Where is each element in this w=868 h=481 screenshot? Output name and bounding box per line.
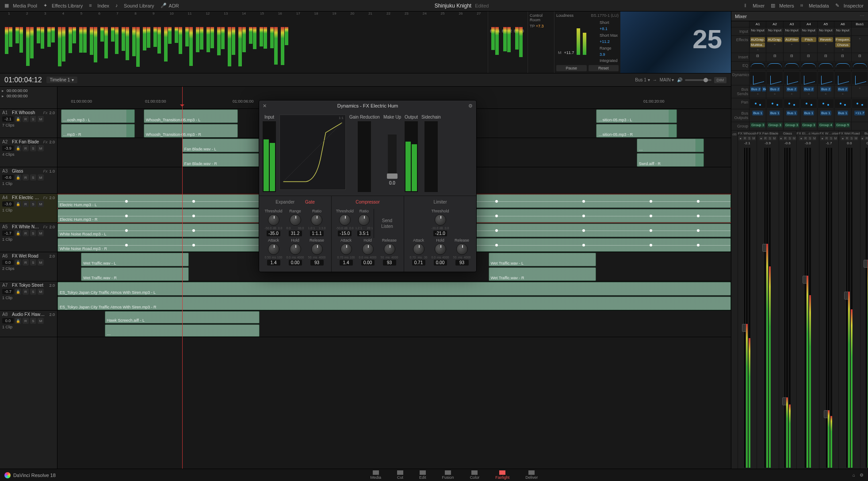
monitor-volume-slider[interactable]	[685, 79, 711, 81]
pan-control[interactable]	[835, 99, 850, 108]
track-gain-readout[interactable]: -3.9	[2, 146, 14, 151]
channel-m-button[interactable]: M	[854, 136, 858, 140]
track-header[interactable]: A8Audio FX Hawk Sc…2.0 0.0🔒RSM 1 Clip	[0, 311, 57, 337]
track-s-button[interactable]: S	[30, 174, 36, 181]
eq-mini[interactable]	[818, 62, 834, 69]
channel-m-button[interactable]: M	[812, 136, 816, 140]
effect-slot[interactable]: Multiba…	[750, 42, 765, 47]
insert-button[interactable]: ⊡	[756, 54, 759, 58]
track-s-button[interactable]: S	[30, 201, 36, 207]
tracks-canvas[interactable]: 01:00:00:0001:00:03:0001:00:06:0001:00:2…	[57, 87, 731, 469]
insert-button[interactable]: ⊡	[807, 54, 810, 58]
track-m-button[interactable]: M	[38, 289, 44, 295]
gear-icon[interactable]: ⚙	[468, 103, 473, 109]
channel-r-button[interactable]: R	[784, 136, 788, 140]
index-button[interactable]: ≡Index	[89, 3, 109, 9]
track-r-button[interactable]: R	[23, 174, 29, 181]
pan-control[interactable]	[801, 99, 816, 108]
dynamics-mini[interactable]	[801, 72, 816, 84]
track-r-button[interactable]: R	[23, 259, 29, 266]
next-marker-icon[interactable]: ▸	[2, 94, 4, 98]
audio-clip[interactable]: ES_Tokyo Japan City Traffic Atmos With S…	[57, 282, 731, 296]
knob-release[interactable]: Release50ms400093	[381, 238, 398, 266]
close-icon[interactable]: ✕	[263, 103, 267, 109]
bus-send-tag[interactable]: Bus 2	[837, 87, 848, 92]
monitor-main-select[interactable]: MAIN ▾	[660, 77, 674, 82]
expander-tab[interactable]: Expander	[270, 199, 300, 205]
channel-s-button[interactable]: S	[768, 136, 772, 140]
dim-button[interactable]: DIM	[714, 77, 727, 83]
fader-slider[interactable]	[826, 148, 827, 468]
track-r-button[interactable]: R	[23, 230, 29, 236]
page-tab-fairlight[interactable]: Fairlight	[487, 470, 517, 480]
track-header[interactable]: A5FX White NoiseFx2.0 -1.7🔒RSM 1 Clip	[0, 223, 57, 252]
dynamics-mini[interactable]	[818, 72, 834, 84]
eq-mini[interactable]	[767, 62, 782, 69]
bus-output-tag[interactable]: Bus 1	[820, 111, 831, 115]
track-gain-readout[interactable]: -3.0	[2, 201, 14, 207]
channel-m-button[interactable]: M	[772, 136, 776, 140]
loudness-reset-button[interactable]: Reset	[589, 65, 619, 71]
knob-attack[interactable]: Attack0.70ms300.71	[410, 238, 428, 266]
page-tab-deliver[interactable]: Deliver	[517, 470, 546, 480]
track-s-button[interactable]: S	[30, 145, 36, 151]
channel-●-button[interactable]: ●	[860, 136, 864, 140]
eq-mini[interactable]	[852, 62, 868, 69]
channel-●-button[interactable]: ●	[759, 136, 763, 140]
lock-icon[interactable]: 🔒	[15, 289, 21, 295]
knob-release[interactable]: Release50ms400093	[453, 238, 471, 266]
add-effect-button[interactable]: +	[835, 48, 850, 52]
page-tab-fusion[interactable]: Fusion	[434, 470, 462, 480]
track-header[interactable]: A6FX Wet Road2.0 0.0🔒RSM 2 Clips	[0, 252, 57, 281]
track-gain-readout[interactable]: -0.6	[2, 175, 14, 180]
speaker-icon[interactable]: 🔊	[677, 77, 682, 82]
dynamics-mini[interactable]	[767, 72, 782, 84]
channel-m-button[interactable]: M	[752, 136, 756, 140]
track-m-button[interactable]: M	[38, 145, 44, 151]
audio-clip[interactable]: Wet Traffic.wav - R	[81, 267, 189, 281]
home-icon[interactable]: ⌂	[853, 473, 855, 477]
pan-control[interactable]	[767, 99, 782, 108]
lock-icon[interactable]: 🔒	[15, 259, 21, 266]
channel-●-button[interactable]: ●	[820, 136, 824, 140]
adr-button[interactable]: 🎤ADR	[161, 3, 179, 9]
send-button[interactable]: Send	[382, 218, 392, 223]
knob-attack[interactable]: Attack0.50ms1001.4	[265, 238, 283, 266]
insert-button[interactable]: ⊡	[824, 54, 827, 58]
track-gain-readout[interactable]: -2.1	[2, 116, 14, 122]
channel-r-button[interactable]: R	[743, 136, 747, 140]
knob-threshold[interactable]: Threshold-50.0 dB0.0-35.0	[264, 209, 282, 236]
fader-slider[interactable]	[866, 148, 867, 468]
track-gain-readout[interactable]: 0.0	[2, 318, 14, 323]
channel-●-button[interactable]: ●	[779, 136, 783, 140]
add-effect-button[interactable]: +	[818, 42, 834, 46]
bus-send-tag[interactable]: Bus 2	[786, 87, 797, 92]
mixer-button[interactable]: ⫴Mixer	[744, 3, 765, 9]
fader-slider[interactable]	[765, 148, 765, 468]
group-tag[interactable]: Group 3	[784, 123, 799, 127]
channel-r-button[interactable]: R	[845, 136, 849, 140]
gate-tab[interactable]: Gate	[300, 199, 320, 205]
audio-clip[interactable]: Whoosh_Transition-05.mp3 - L	[144, 109, 238, 123]
track-r-button[interactable]: R	[23, 145, 29, 151]
track-r-button[interactable]: R	[23, 318, 29, 324]
channel-m-button[interactable]: M	[792, 136, 796, 140]
channel-r-button[interactable]: R	[803, 136, 807, 140]
audio-clip[interactable]: Wet Traffic.wav - L	[81, 253, 189, 266]
bus-send-tag[interactable]: Bus 3	[762, 87, 766, 92]
bus-output-tag[interactable]: Bus 1	[786, 111, 797, 115]
bus-output-tag[interactable]: Bus 1	[837, 111, 848, 115]
track-r-button[interactable]: R	[23, 201, 29, 207]
fader-slider[interactable]	[744, 148, 745, 468]
channel-●-button[interactable]: ●	[841, 136, 845, 140]
effect-slot[interactable]: Reverb	[818, 37, 833, 42]
track-s-button[interactable]: S	[30, 318, 36, 324]
track-r-button[interactable]: R	[23, 116, 29, 122]
dynamics-mini[interactable]	[852, 72, 868, 84]
channel-s-button[interactable]: S	[829, 136, 833, 140]
knob-ratio[interactable]: Ratio1.2:120:13.5:1	[355, 209, 373, 236]
effect-slot[interactable]: AUFilter	[784, 37, 799, 42]
track-m-button[interactable]: M	[38, 230, 44, 236]
media-pool-button[interactable]: ▦Media Pool	[4, 3, 37, 9]
video-preview[interactable]: 25	[620, 12, 731, 73]
